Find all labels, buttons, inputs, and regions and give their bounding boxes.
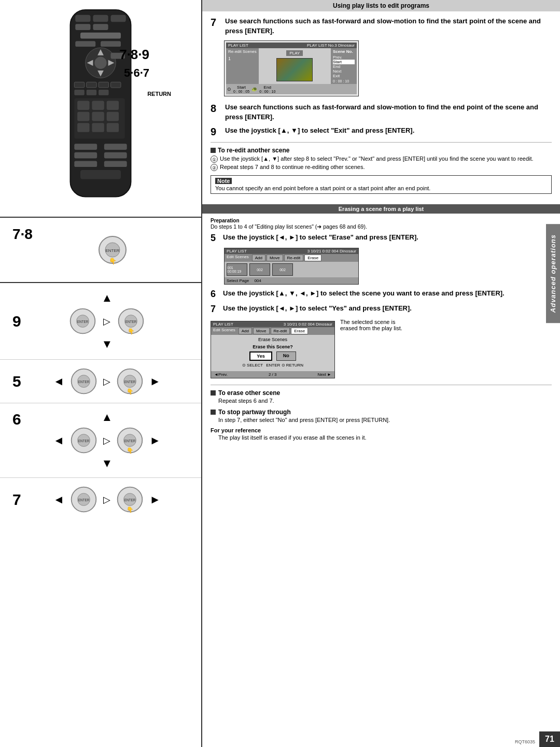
step-7b-num: 7	[12, 491, 21, 509]
left-panel: 7·8·9 5·6·7 RETURN 7·8 ENTER 👇	[0, 0, 202, 747]
note-label: Note	[215, 178, 232, 184]
svg-rect-30	[77, 123, 89, 132]
scene-thumbnail	[276, 58, 313, 81]
arrow-down-9: ▼	[101, 337, 113, 351]
screen1-turtle-icon: 🐢	[251, 87, 257, 92]
enter-btn-6a: ENTER	[69, 426, 98, 455]
svg-rect-5	[93, 24, 108, 30]
note-box: Note You cannot specify an end point bef…	[211, 175, 552, 194]
svg-rect-31	[92, 123, 104, 132]
re-edit-section: To re-edit another scene ① Use the joyst…	[211, 147, 552, 171]
triangle-right-6: ▷	[103, 435, 110, 446]
yesno-area: PLAY LIST 3 10/21 0:02 004 Dinosaur Edit…	[211, 319, 552, 382]
stop-partway-section: To stop partway through In step 7, eithe…	[211, 408, 552, 425]
svg-rect-8	[101, 41, 121, 47]
label-567: 5·6·7	[124, 66, 149, 80]
yes-button[interactable]: Yes	[249, 351, 272, 361]
svg-text:👇: 👇	[128, 328, 135, 335]
scene-chip-2: 002	[249, 263, 270, 276]
select-icon: ⊙ SELECT	[242, 363, 263, 368]
step-8-text: Use search functions such as fast-forwar…	[225, 103, 552, 122]
svg-rect-25	[92, 101, 104, 110]
step-9-number: 9	[211, 126, 222, 138]
svg-rect-19	[111, 82, 121, 88]
svg-text:ENTER: ENTER	[78, 498, 90, 502]
svg-rect-29	[107, 112, 119, 121]
for-reference-label: For your reference	[211, 427, 552, 433]
re-edit-item-1: ① Use the joystick [▲, ▼] after step 8 t…	[211, 156, 552, 163]
step-9-diagram: 9 ▲ ENTER ▷ ENTER 👇	[0, 283, 201, 360]
svg-text:ENTER: ENTER	[124, 380, 136, 384]
svg-rect-2	[93, 15, 108, 22]
remote-control-area: 7·8·9 5·6·7 RETURN	[0, 0, 201, 218]
yesno-next: Next ►	[317, 372, 331, 377]
triangle-right-5: ▷	[103, 376, 110, 387]
svg-rect-27	[77, 112, 89, 121]
svg-text:👇: 👇	[127, 447, 134, 454]
step-78-diagram: 7·8 ENTER 👇	[0, 218, 201, 283]
top-section-header: Using play lists to edit programs	[202, 0, 560, 11]
svg-text:ENTER: ENTER	[125, 320, 137, 323]
screen1-play-btn: PLAY	[286, 50, 303, 56]
rqt-code: RQT6035	[515, 739, 535, 744]
no-button[interactable]: No	[276, 351, 296, 361]
step-8-number: 8	[211, 103, 222, 122]
svg-rect-28	[92, 112, 104, 121]
svg-rect-16	[74, 82, 85, 88]
svg-rect-38	[104, 161, 127, 167]
scene-chip-1: 001 00:00:19	[227, 263, 247, 276]
stop-partway-text: In step 7, either select "No" and press …	[218, 416, 552, 425]
svg-rect-33	[74, 144, 97, 150]
svg-text:👇: 👇	[127, 388, 134, 395]
screen1-top-right: PLAY LIST No.3 Dinosaur	[307, 43, 355, 48]
yesno-question: Erase this Scene?	[213, 344, 332, 349]
yesno-top-left: PLAY LIST	[213, 322, 233, 327]
arrow-right-5: ►	[149, 375, 161, 388]
erase-screen1-left: PLAY LIST	[227, 249, 247, 253]
yesno-move-btn: Move	[253, 328, 270, 334]
svg-rect-17	[87, 82, 97, 88]
erase-select-page: Select Page 004	[225, 277, 358, 284]
svg-rect-7	[75, 41, 95, 47]
prep-label: Preparation	[211, 218, 552, 223]
scene-chip-3: 002	[272, 263, 293, 276]
step-9-num: 9	[12, 313, 21, 330]
circle-1: ①	[211, 156, 218, 163]
screen3-note: The selected scene is erased from the pl…	[340, 319, 413, 331]
step-6-diagram: 6 ▲ ◄ ENTER ▷ ENTER 👇	[0, 403, 201, 478]
svg-rect-32	[107, 123, 119, 132]
step-6-erase-block: 6 Use the joystick [▲, ▼, ◄, ►] to selec…	[211, 289, 552, 300]
arrow-up-9: ▲	[101, 291, 113, 305]
step-6-num: 6	[12, 411, 21, 428]
re-edit-title: To re-edit another scene	[211, 147, 552, 154]
arrow-right-7b: ►	[149, 493, 161, 506]
svg-rect-6	[80, 33, 121, 39]
screen1-scene-no: Scene No.	[333, 49, 355, 54]
yesno-page: 2 / 3	[269, 372, 277, 377]
step-7-erase-num: 7	[211, 304, 220, 315]
arrow-right-6: ►	[149, 434, 161, 447]
step-7-text: Use search functions such as fast-forwar…	[225, 17, 552, 36]
triangle-right-9: ▷	[103, 316, 110, 327]
yesno-prev: ◄Prev.	[214, 372, 228, 377]
step-9-block: 9 Use the joystick [▲, ▼] to select "Exi…	[211, 126, 552, 138]
screen1-step-num: 1	[228, 56, 257, 61]
prep-text: Do steps 1 to 4 of "Editing play list sc…	[211, 223, 552, 230]
bullet-sq-3	[211, 410, 216, 415]
yesno-add-btn: Add	[239, 328, 252, 334]
erase-section-header: Erasing a scene from a play list	[202, 204, 560, 214]
erase-screen-1: PLAY LIST 3 10/21 0:02 004 Dinosaur Edit…	[224, 248, 359, 285]
page-number: 71	[539, 731, 560, 747]
screen1-exit-opt: Exit	[333, 74, 355, 78]
svg-rect-34	[104, 144, 127, 150]
svg-text:👇: 👇	[127, 506, 134, 513]
svg-text:ENTER: ENTER	[124, 439, 136, 443]
screen1-start-opt: Start	[333, 60, 355, 64]
svg-rect-1	[75, 15, 90, 22]
yesno-screen: PLAY LIST 3 10/21 0:02 004 Dinosaur Edit…	[211, 321, 335, 378]
erase-erase-btn: Erase	[304, 255, 321, 261]
enter-button-icon: ENTER 👇	[97, 234, 128, 265]
bullet-sq-2	[211, 390, 216, 396]
re-edit-item-2: ② Repeat steps 7 and 8 to continue re-ed…	[211, 164, 552, 171]
svg-rect-22	[99, 90, 109, 95]
